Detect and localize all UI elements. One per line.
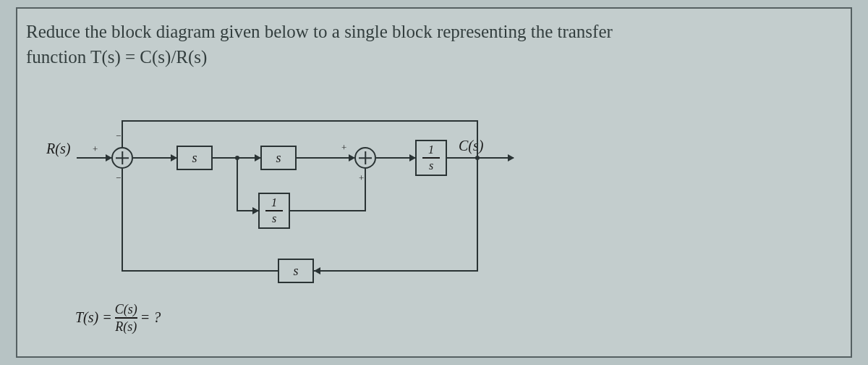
block-g2: s <box>260 146 297 170</box>
wire-h1-out <box>290 210 365 211</box>
block-g1-label: s <box>192 151 197 166</box>
block-g3: 1 s <box>415 140 447 176</box>
block-g2-label: s <box>276 151 281 166</box>
block-h1-num: 1 <box>271 197 277 209</box>
summing-junction-1 <box>111 147 133 169</box>
wire-outer-fb-left <box>122 120 123 148</box>
eq-frac-num: C(s) <box>115 303 137 316</box>
eq-lhs: T(s) = <box>75 309 112 326</box>
block-g3-bar <box>422 157 440 159</box>
sum2-sign-bottom: + <box>359 172 364 184</box>
question-frame: Reduce the block diagram given below to … <box>16 7 852 358</box>
arrow-output <box>508 154 514 161</box>
wire-h1-down <box>237 158 238 210</box>
wire-g2-sum2 <box>297 157 354 159</box>
wire-g3-out <box>447 157 514 159</box>
input-label: R(s) <box>46 140 70 157</box>
prompt-line-2: function T(s) = C(s)/R(s) <box>26 47 207 67</box>
prompt-line-1: Reduce the block diagram given below to … <box>26 22 613 41</box>
block-h2: s <box>278 259 314 283</box>
arrow-h2-block <box>314 267 320 274</box>
eq-frac: C(s) R(s) <box>115 303 137 333</box>
block-g1: s <box>176 146 213 170</box>
wire-h2-down <box>477 158 478 271</box>
wire-h2-left-seg <box>122 270 278 272</box>
output-label: C(s) <box>459 138 483 154</box>
eq-frac-den: R(s) <box>115 320 137 333</box>
sum2-sign-left: + <box>341 142 346 154</box>
prompt-text: Reduce the block diagram given below to … <box>26 19 836 70</box>
wire-h2-right-seg <box>314 270 478 272</box>
block-h1: 1 s <box>258 193 290 229</box>
wire-outer-fb-top <box>122 120 477 122</box>
equation: T(s) = C(s) R(s) = ? <box>75 303 161 333</box>
sum1-sign-bottom: − <box>116 172 121 184</box>
block-h1-bar <box>265 210 283 211</box>
wire-sum1-g1 <box>133 157 176 159</box>
eq-frac-bar <box>115 317 137 319</box>
eq-rhs: = ? <box>140 309 161 326</box>
sum1-sign-top: − <box>116 130 121 142</box>
block-diagram: R(s) + − − s s + + <box>45 100 551 346</box>
sum1-sign-left: + <box>93 143 98 155</box>
wire-outer-fb-right <box>477 120 478 158</box>
block-h2-label: s <box>293 264 298 279</box>
block-h1-den: s <box>272 213 276 225</box>
summing-junction-2 <box>354 147 376 169</box>
block-g3-num: 1 <box>428 144 434 156</box>
wire-h1-up <box>365 169 366 211</box>
block-g3-den: s <box>429 160 433 172</box>
wire-h2-up <box>122 169 123 272</box>
